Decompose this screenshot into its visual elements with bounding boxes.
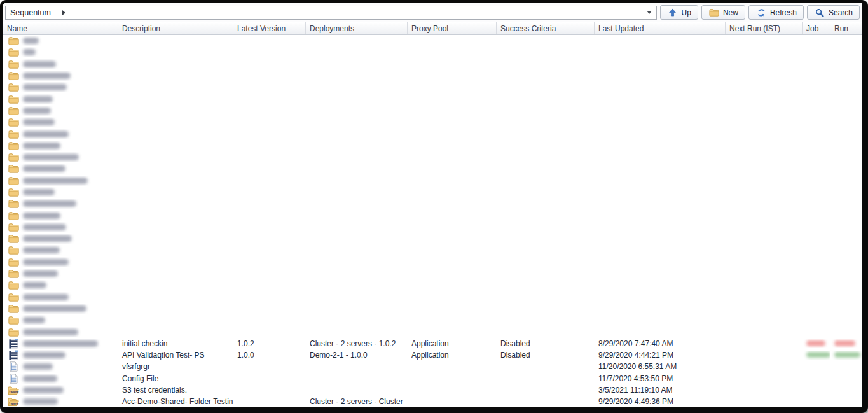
up-button[interactable]: Up <box>660 5 698 20</box>
table-cell-job <box>803 339 830 348</box>
redacted-text <box>23 73 71 79</box>
redacted-text <box>834 340 855 346</box>
table-cell-name <box>3 152 118 162</box>
combo-dropdown-caret-icon[interactable] <box>647 11 652 14</box>
table-cell-description: API Validaqtion Test- PS <box>118 351 233 360</box>
redacted-text <box>23 178 88 184</box>
table-cell-name <box>3 292 118 302</box>
column-header-run[interactable]: Run <box>830 22 862 34</box>
folder-icon <box>8 141 19 151</box>
column-header-proxy_pool[interactable]: Proxy Pool <box>408 22 497 34</box>
table-cell-name <box>3 176 118 186</box>
search-button[interactable]: Search <box>807 5 860 20</box>
table-row[interactable]: wwwAcc-Demo-Shared- Folder TestingCluste… <box>3 396 862 407</box>
table-cell-name <box>3 222 118 232</box>
table-cell-name <box>3 269 118 279</box>
table-row[interactable] <box>3 35 862 46</box>
folder-icon <box>8 164 19 174</box>
description-text: API Validaqtion Test- PS <box>122 351 205 360</box>
table-row[interactable]: Config File11/7/2020 4:53:50 PM <box>3 373 862 384</box>
table-cell-name <box>3 47 118 57</box>
last_updated-text: 9/29/2020 4:49:36 PM <box>598 397 673 406</box>
path-value: Sequentum <box>10 8 51 17</box>
folder-icon <box>8 117 19 127</box>
table-row[interactable] <box>3 256 862 268</box>
table-cell-last_updated: 9/29/2020 4:49:36 PM <box>595 397 726 406</box>
table-row[interactable] <box>3 140 862 151</box>
table-row[interactable] <box>3 244 862 256</box>
table-row[interactable] <box>3 326 862 337</box>
column-header-name[interactable]: Name <box>3 22 118 34</box>
table-row[interactable]: API Validaqtion Test- PS1.0.0Demo-2-1 - … <box>3 349 862 361</box>
table-row[interactable]: wwwS3 test credentials.3/5/2021 11:19:10… <box>3 384 862 396</box>
redacted-text <box>23 235 72 242</box>
table-row[interactable] <box>3 279 862 291</box>
table-row[interactable] <box>3 46 862 58</box>
table-cell-description: S3 test credentials. <box>118 386 233 395</box>
redacted-text <box>23 317 45 323</box>
table-cell-name <box>3 257 118 267</box>
proxy_pool-text: Application <box>411 339 449 348</box>
table-row[interactable] <box>3 233 862 244</box>
table-cell-name <box>3 304 118 314</box>
table-row[interactable] <box>3 128 862 139</box>
table-cell-name <box>3 245 118 255</box>
path-combo[interactable]: Sequentum <box>5 6 657 20</box>
folder-icon <box>8 59 19 69</box>
table-row[interactable] <box>3 81 862 93</box>
table-row[interactable] <box>3 221 862 233</box>
folder-icon <box>8 47 19 57</box>
column-header-last_updated[interactable]: Last Updated <box>595 22 726 34</box>
table-row[interactable] <box>3 314 862 326</box>
table-row[interactable] <box>3 291 862 303</box>
table-cell-name <box>3 59 118 69</box>
folder-icon <box>8 315 19 325</box>
redacted-text <box>23 398 58 405</box>
redacted-text <box>23 143 60 149</box>
table-row[interactable] <box>3 163 862 174</box>
redacted-text <box>806 340 825 346</box>
table-row[interactable]: vfsrfgrgr11/20/2020 6:55:31 AM <box>3 361 862 372</box>
new-button-label: New <box>723 8 738 17</box>
column-header-deployments[interactable]: Deployments <box>306 22 408 34</box>
folder-icon <box>8 199 19 209</box>
table-row[interactable] <box>3 198 862 209</box>
column-header-success_criteria[interactable]: Success Criteria <box>497 22 595 34</box>
table-row[interactable] <box>3 303 862 314</box>
latest_version-text: 1.0.2 <box>237 339 254 348</box>
table-cell-name <box>3 280 118 290</box>
column-header-next_run[interactable]: Next Run (IST) <box>726 22 803 34</box>
table-cell-name <box>3 374 118 384</box>
table-cell-name <box>3 211 118 221</box>
redacted-text <box>23 119 55 125</box>
table-row[interactable] <box>3 151 862 163</box>
description-text: S3 test credentials. <box>122 386 187 395</box>
refresh-button[interactable]: Refresh <box>748 5 804 20</box>
table-row[interactable] <box>3 93 862 104</box>
table-row[interactable] <box>3 116 862 128</box>
search-button-label: Search <box>829 8 853 17</box>
redacted-text <box>806 352 830 358</box>
table-row[interactable] <box>3 59 862 70</box>
table-row[interactable]: initial checkin1.0.2Cluster - 2 servers … <box>3 338 862 349</box>
table-cell-description: Acc-Demo-Shared- Folder Testing <box>118 397 233 406</box>
table-row[interactable] <box>3 268 862 279</box>
folder-icon <box>8 304 19 314</box>
redacted-text <box>23 224 66 230</box>
redacted-text <box>23 282 46 288</box>
table-row[interactable] <box>3 209 862 221</box>
last_updated-text: 11/7/2020 4:53:50 PM <box>598 374 673 383</box>
svg-text:www: www <box>10 389 19 393</box>
folder-icon <box>8 106 19 116</box>
table-row[interactable] <box>3 186 862 198</box>
table-cell-latest_version: 1.0.0 <box>233 351 306 360</box>
table-cell-deployments: Demo-2-1 - 1.0.0 <box>306 351 408 360</box>
table-row[interactable] <box>3 105 862 116</box>
table-row[interactable] <box>3 70 862 81</box>
table-cell-name <box>3 327 118 337</box>
column-header-job[interactable]: Job <box>803 22 830 34</box>
column-header-description[interactable]: Description <box>118 22 233 34</box>
table-row[interactable] <box>3 175 862 186</box>
column-header-latest_version[interactable]: Latest Version <box>233 22 306 34</box>
new-button[interactable]: New <box>701 5 745 20</box>
